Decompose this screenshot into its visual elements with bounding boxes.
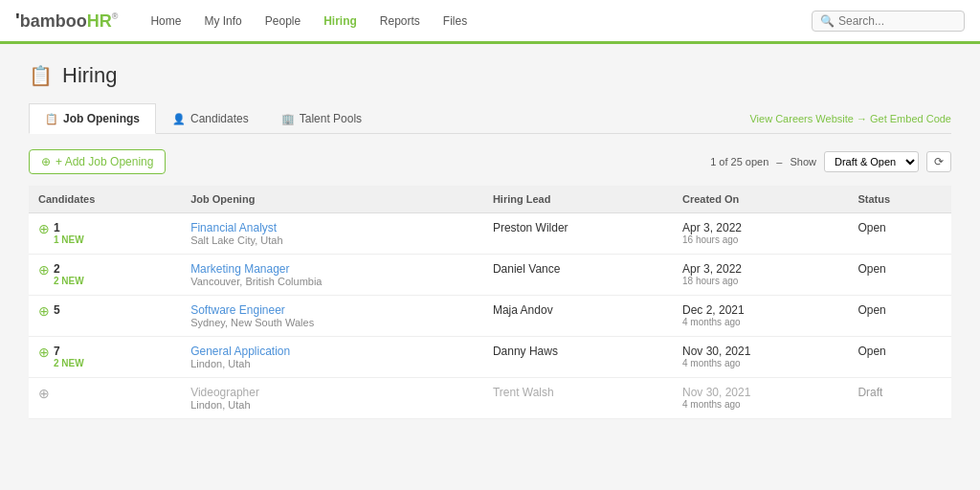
tab-job-openings[interactable]: 📋 Job Openings bbox=[29, 103, 156, 134]
col-job-opening: Job Opening bbox=[181, 186, 483, 213]
tabs-right: View Careers Website → Get Embed Code bbox=[749, 113, 951, 124]
refresh-button[interactable]: ⟳ bbox=[926, 151, 951, 172]
created-ago-4: 4 months ago bbox=[682, 399, 838, 410]
new-badge-1: 2 NEW bbox=[54, 276, 84, 286]
page-header: 📋 Hiring bbox=[29, 63, 951, 88]
cell-job-1: Marketing Manager Vancouver, British Col… bbox=[181, 255, 483, 296]
toolbar-right: 1 of 25 open – Show Draft & Open ⟳ bbox=[710, 151, 951, 172]
created-date-3: Nov 30, 2021 bbox=[682, 345, 838, 358]
job-title-link-3[interactable]: General Application bbox=[190, 345, 290, 358]
talent-pools-icon: 🏢 bbox=[281, 113, 295, 125]
table-row: ⊕ 7 2 NEW General Application Lindon, Ut… bbox=[29, 337, 951, 378]
col-hiring-lead: Hiring Lead bbox=[483, 186, 673, 213]
status-badge-0: Open bbox=[858, 221, 885, 234]
tabs: 📋 Job Openings 👤 Candidates 🏢 Talent Poo… bbox=[29, 103, 378, 133]
get-embed-link[interactable]: Get Embed Code bbox=[870, 113, 951, 124]
status-badge-2: Open bbox=[858, 303, 885, 317]
status-badge-1: Open bbox=[858, 262, 885, 276]
status-badge-3: Open bbox=[858, 345, 885, 358]
created-date-4: Nov 30, 2021 bbox=[682, 386, 838, 399]
nav-hiring[interactable]: Hiring bbox=[314, 0, 367, 44]
cell-status-1: Open bbox=[848, 255, 951, 296]
job-location-4: Lindon, Utah bbox=[190, 399, 474, 411]
candidate-count-2: 5 bbox=[54, 303, 60, 317]
view-careers-link[interactable]: View Careers Website bbox=[749, 113, 853, 124]
cell-created-3: Nov 30, 2021 4 months ago bbox=[673, 337, 848, 378]
candidate-count-3: 7 bbox=[54, 345, 84, 358]
cell-job-4: Videographer Lindon, Utah bbox=[181, 378, 483, 419]
cell-candidates-3: ⊕ 7 2 NEW bbox=[29, 337, 181, 378]
table-row: ⊕ 1 1 NEW Financial Analyst Salt Lake Ci… bbox=[29, 213, 951, 255]
job-title-link-1[interactable]: Marketing Manager bbox=[190, 262, 289, 276]
filter-select[interactable]: Draft & Open bbox=[824, 151, 919, 172]
nav-myinfo[interactable]: My Info bbox=[194, 0, 251, 43]
logo-bamboo: 'bambooHR® bbox=[15, 10, 118, 32]
job-location-1: Vancouver, British Columbia bbox=[190, 276, 474, 287]
created-date-1: Apr 3, 2022 bbox=[682, 262, 838, 276]
cell-hiring-lead-2: Maja Andov bbox=[483, 296, 673, 337]
candidate-icon-2: ⊕ bbox=[38, 303, 50, 319]
job-title-link-2[interactable]: Software Engineer bbox=[190, 303, 285, 317]
candidate-icon-1: ⊕ bbox=[38, 262, 50, 278]
cell-created-1: Apr 3, 2022 18 hours ago bbox=[673, 255, 848, 296]
job-title-link-4[interactable]: Videographer bbox=[190, 386, 259, 399]
cell-candidates-1: ⊕ 2 2 NEW bbox=[29, 255, 181, 296]
table-row: ⊕ 5 Software Engineer Sydney, New South … bbox=[29, 296, 951, 337]
candidate-icon-4: ⊕ bbox=[38, 386, 50, 401]
candidate-icon-3: ⊕ bbox=[38, 345, 50, 360]
cell-created-2: Dec 2, 2021 4 months ago bbox=[673, 296, 848, 337]
search-icon: 🔍 bbox=[820, 14, 835, 28]
nav-files[interactable]: Files bbox=[434, 0, 477, 43]
toolbar: ⊕ + Add Job Opening 1 of 25 open – Show … bbox=[29, 149, 951, 174]
cell-status-3: Open bbox=[848, 337, 951, 378]
logo: 'bambooHR® bbox=[15, 10, 118, 32]
cell-status-0: Open bbox=[848, 213, 951, 255]
top-navigation: 'bambooHR® Home My Info People Hiring Re… bbox=[0, 0, 980, 44]
table-body: ⊕ 1 1 NEW Financial Analyst Salt Lake Ci… bbox=[29, 213, 951, 419]
col-candidates: Candidates bbox=[29, 186, 181, 213]
cell-status-4: Draft bbox=[848, 378, 951, 419]
table-header-row: Candidates Job Opening Hiring Lead Creat… bbox=[29, 186, 951, 213]
show-label: – bbox=[776, 156, 782, 167]
created-date-2: Dec 2, 2021 bbox=[682, 303, 838, 317]
add-job-opening-button[interactable]: ⊕ + Add Job Opening bbox=[29, 149, 166, 174]
cell-status-2: Open bbox=[848, 296, 951, 337]
search-input[interactable] bbox=[838, 14, 956, 28]
cell-candidates-4: ⊕ bbox=[29, 378, 181, 419]
table-row: ⊕ Videographer Lindon, Utah Trent Walsh … bbox=[29, 378, 951, 419]
hiring-icon: 📋 bbox=[29, 64, 53, 87]
cell-candidates-0: ⊕ 1 1 NEW bbox=[29, 213, 181, 255]
cell-job-0: Financial Analyst Salt Lake City, Utah bbox=[181, 213, 483, 255]
tab-talent-pools[interactable]: 🏢 Talent Pools bbox=[265, 103, 378, 133]
nav-people[interactable]: People bbox=[256, 0, 310, 43]
new-badge-3: 2 NEW bbox=[54, 358, 84, 368]
cell-hiring-lead-3: Danny Haws bbox=[483, 337, 673, 378]
created-ago-1: 18 hours ago bbox=[682, 276, 838, 286]
job-openings-icon: 📋 bbox=[45, 113, 58, 125]
cell-job-2: Software Engineer Sydney, New South Wale… bbox=[181, 296, 483, 337]
job-openings-table: Candidates Job Opening Hiring Lead Creat… bbox=[29, 186, 951, 419]
tabs-right-separator: → bbox=[857, 113, 870, 124]
new-badge-0: 1 NEW bbox=[54, 234, 84, 245]
cell-created-0: Apr 3, 2022 16 hours ago bbox=[673, 213, 848, 255]
tabs-bar: 📋 Job Openings 👤 Candidates 🏢 Talent Poo… bbox=[29, 103, 951, 134]
col-created-on: Created On bbox=[673, 186, 848, 213]
table-header: Candidates Job Opening Hiring Lead Creat… bbox=[29, 186, 951, 213]
job-title-link-0[interactable]: Financial Analyst bbox=[190, 221, 277, 234]
created-ago-3: 4 months ago bbox=[682, 358, 838, 368]
col-status: Status bbox=[848, 186, 951, 213]
created-ago-2: 4 months ago bbox=[682, 317, 838, 327]
cell-candidates-2: ⊕ 5 bbox=[29, 296, 181, 337]
nav-home[interactable]: Home bbox=[141, 0, 190, 43]
created-ago-0: 16 hours ago bbox=[682, 234, 838, 245]
show-text: Show bbox=[790, 156, 816, 167]
table-row: ⊕ 2 2 NEW Marketing Manager Vancouver, B… bbox=[29, 255, 951, 296]
candidate-count-1: 2 bbox=[54, 262, 84, 276]
nav-reports[interactable]: Reports bbox=[370, 0, 430, 43]
job-location-2: Sydney, New South Wales bbox=[190, 317, 474, 328]
cell-hiring-lead-4: Trent Walsh bbox=[483, 378, 673, 419]
tab-candidates[interactable]: 👤 Candidates bbox=[156, 103, 265, 133]
job-location-3: Lindon, Utah bbox=[190, 358, 474, 369]
cell-created-4: Nov 30, 2021 4 months ago bbox=[673, 378, 848, 419]
cell-hiring-lead-0: Preston Wilder bbox=[483, 213, 673, 255]
